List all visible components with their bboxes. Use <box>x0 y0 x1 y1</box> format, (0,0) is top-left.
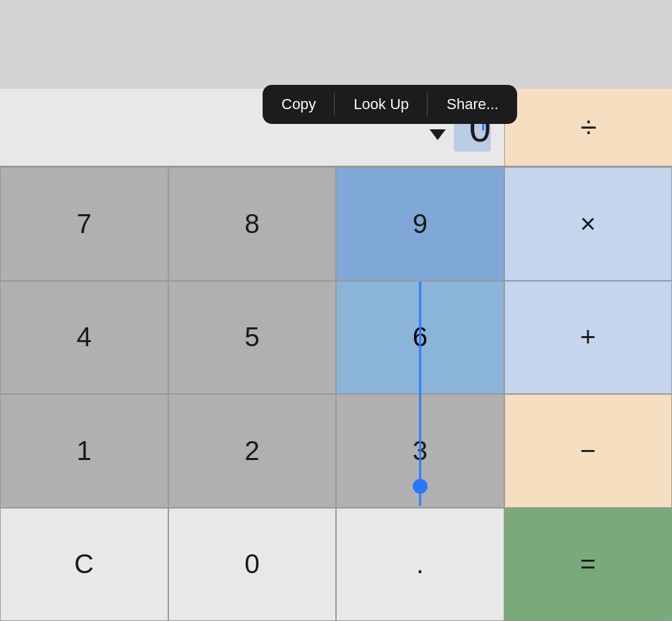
button-equals[interactable]: = <box>504 508 673 622</box>
display-operator[interactable]: ÷ <box>505 89 672 166</box>
context-menu-arrow <box>430 129 446 140</box>
context-menu-lookup[interactable]: Look Up <box>335 85 428 124</box>
button-decimal[interactable]: . <box>336 508 504 622</box>
button-6[interactable]: 6 <box>336 281 504 395</box>
button-0[interactable]: 0 <box>168 508 337 622</box>
button-7[interactable]: 7 <box>0 167 168 281</box>
context-menu-share[interactable]: Share... <box>428 85 517 124</box>
button-1[interactable]: 1 <box>0 394 168 508</box>
button-8[interactable]: 8 <box>168 167 337 281</box>
button-9[interactable]: 9 <box>336 167 504 281</box>
button-multiply[interactable]: × <box>504 167 673 281</box>
button-2[interactable]: 2 <box>168 394 337 508</box>
context-menu: Copy Look Up Share... <box>263 85 517 124</box>
cursor-handle-bottom <box>413 479 428 494</box>
button-5[interactable]: 5 <box>168 281 337 395</box>
button-subtract[interactable]: − <box>504 394 673 508</box>
button-add[interactable]: + <box>504 281 673 395</box>
selection-line <box>419 282 421 506</box>
calculator-top-area: 0 ÷ <box>0 0 672 167</box>
button-clear[interactable]: C <box>0 508 168 622</box>
context-menu-copy[interactable]: Copy <box>263 85 335 124</box>
button-4[interactable]: 4 <box>0 281 168 395</box>
calculator-grid: 7 8 9 × 4 5 6 + 1 2 3 − C 0 . = <box>0 167 672 621</box>
